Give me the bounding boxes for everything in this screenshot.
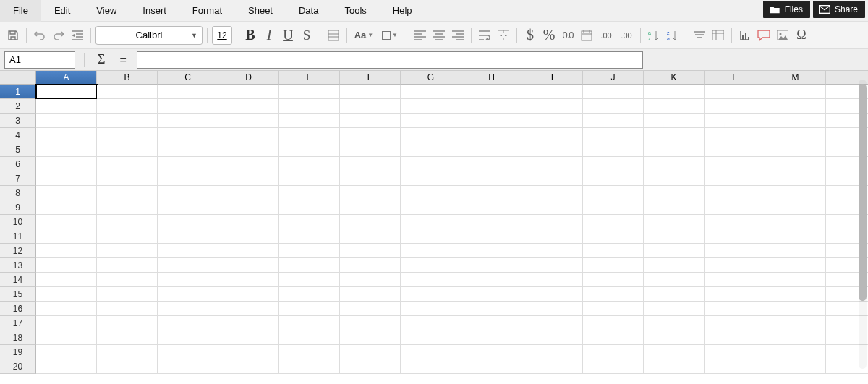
cell[interactable] <box>461 142 522 157</box>
column-header[interactable]: J <box>583 71 644 85</box>
cell[interactable] <box>765 128 826 142</box>
cell[interactable] <box>340 157 401 171</box>
cell[interactable] <box>705 128 765 142</box>
column-header[interactable]: L <box>705 71 765 85</box>
cell[interactable] <box>705 330 765 345</box>
row-header[interactable]: 20 <box>0 359 36 374</box>
cell[interactable] <box>218 316 279 330</box>
cell[interactable] <box>218 128 279 142</box>
cell[interactable] <box>36 200 97 215</box>
cell[interactable] <box>461 171 522 186</box>
cell[interactable] <box>340 345 401 359</box>
column-header[interactable]: H <box>461 71 522 85</box>
column-header[interactable]: G <box>401 71 461 85</box>
cell[interactable] <box>279 244 340 258</box>
insert-image-button[interactable] <box>774 26 791 45</box>
cell[interactable] <box>522 316 583 330</box>
cell[interactable] <box>705 215 765 229</box>
cell[interactable] <box>97 142 158 157</box>
cell[interactable] <box>97 114 158 128</box>
cell[interactable] <box>461 330 522 345</box>
cell[interactable] <box>340 85 401 99</box>
cell[interactable] <box>522 128 583 142</box>
cell[interactable] <box>765 287 826 302</box>
cell[interactable] <box>158 229 218 244</box>
cell[interactable] <box>522 302 583 316</box>
insert-chart-button[interactable] <box>736 26 754 45</box>
cell[interactable] <box>158 157 218 171</box>
cell[interactable] <box>218 359 279 374</box>
cell[interactable] <box>522 359 583 374</box>
cell[interactable] <box>583 85 644 99</box>
cell[interactable] <box>340 114 401 128</box>
cell[interactable] <box>158 287 218 302</box>
cell[interactable] <box>36 273 97 287</box>
cell[interactable] <box>644 85 705 99</box>
cell[interactable] <box>158 330 218 345</box>
cell[interactable] <box>36 316 97 330</box>
row-header[interactable]: 6 <box>0 157 36 171</box>
cell[interactable] <box>401 287 461 302</box>
cell[interactable] <box>461 215 522 229</box>
cell[interactable] <box>340 186 401 200</box>
cell[interactable] <box>340 330 401 345</box>
cell[interactable] <box>522 200 583 215</box>
column-header[interactable]: E <box>279 71 340 85</box>
cell-format-button[interactable] <box>325 26 342 45</box>
cell[interactable] <box>461 128 522 142</box>
cell[interactable] <box>340 287 401 302</box>
cell[interactable] <box>36 157 97 171</box>
cell[interactable] <box>279 186 340 200</box>
cell[interactable] <box>522 244 583 258</box>
cell[interactable] <box>644 287 705 302</box>
row-header[interactable]: 10 <box>0 215 36 229</box>
cell[interactable] <box>36 330 97 345</box>
cell[interactable] <box>36 215 97 229</box>
sort-desc-button[interactable]: za <box>664 26 681 45</box>
cell[interactable] <box>340 128 401 142</box>
cell[interactable] <box>461 186 522 200</box>
cell[interactable] <box>158 258 218 273</box>
cell[interactable] <box>461 258 522 273</box>
row-header[interactable]: 12 <box>0 244 36 258</box>
font-color-button[interactable]: Aa▼ <box>352 26 376 45</box>
cell[interactable] <box>583 200 644 215</box>
cell[interactable] <box>158 142 218 157</box>
cell[interactable] <box>401 302 461 316</box>
decrease-decimal-button[interactable]: .00 <box>617 26 636 45</box>
cell[interactable] <box>158 114 218 128</box>
cell[interactable] <box>401 244 461 258</box>
cell[interactable] <box>158 316 218 330</box>
cell[interactable] <box>705 142 765 157</box>
fill-color-button[interactable]: ▼ <box>378 26 402 45</box>
cell[interactable] <box>765 142 826 157</box>
cell[interactable] <box>97 229 158 244</box>
row-header[interactable]: 2 <box>0 99 36 114</box>
cell[interactable] <box>522 273 583 287</box>
row-header[interactable]: 19 <box>0 345 36 359</box>
cell[interactable] <box>644 244 705 258</box>
cell[interactable] <box>705 302 765 316</box>
font-size-select[interactable]: 12 <box>212 26 232 45</box>
cell[interactable] <box>218 273 279 287</box>
cell[interactable] <box>401 186 461 200</box>
cell[interactable] <box>401 157 461 171</box>
cell[interactable] <box>401 273 461 287</box>
column-header[interactable]: A <box>36 71 97 85</box>
cell[interactable] <box>158 128 218 142</box>
cell[interactable] <box>36 258 97 273</box>
insert-comment-button[interactable] <box>755 26 773 45</box>
cell[interactable] <box>461 302 522 316</box>
row-header[interactable]: 15 <box>0 287 36 302</box>
cell[interactable] <box>279 85 340 99</box>
cell[interactable] <box>401 229 461 244</box>
cell[interactable] <box>158 171 218 186</box>
cell[interactable] <box>522 85 583 99</box>
cell[interactable] <box>401 200 461 215</box>
cell[interactable] <box>705 229 765 244</box>
cell[interactable] <box>279 171 340 186</box>
cell[interactable] <box>705 157 765 171</box>
column-header[interactable]: F <box>340 71 401 85</box>
cell[interactable] <box>218 186 279 200</box>
cell[interactable] <box>765 273 826 287</box>
